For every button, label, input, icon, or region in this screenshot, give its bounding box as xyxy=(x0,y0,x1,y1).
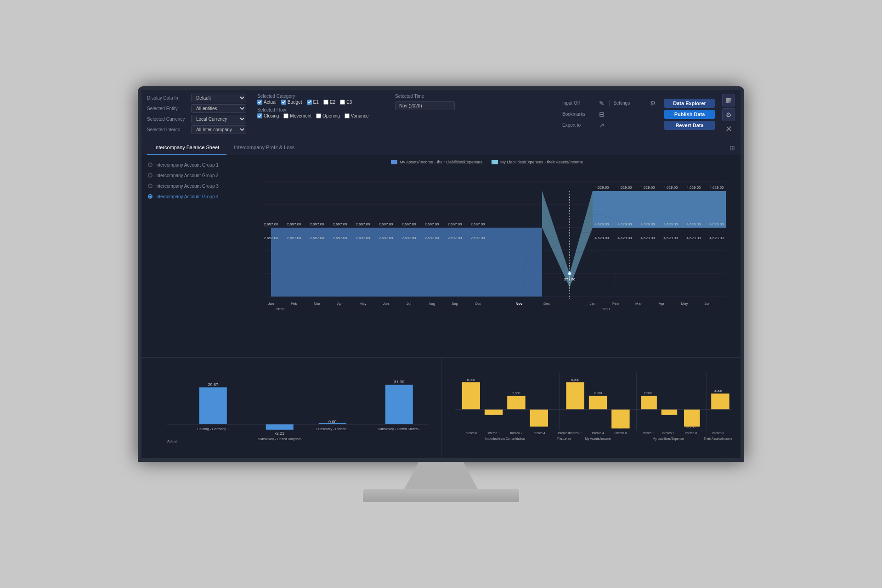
bottom-right-chart: 6,000 -1,000 2,900 -5,203 xyxy=(441,358,741,458)
grid-icon[interactable]: ⊞ xyxy=(729,144,735,151)
svg-text:2,697.00: 2,697.00 xyxy=(424,236,439,240)
divider1 xyxy=(609,100,610,106)
chart-area: My Assets/Income - their Liabilities/Exp… xyxy=(233,155,741,357)
svg-text:31.90: 31.90 xyxy=(394,380,404,384)
bar-g3-interco4[interactable] xyxy=(588,396,606,409)
toolbar-time: Selected Time Nov (2020) xyxy=(395,94,469,110)
bar-subsidiary-us[interactable] xyxy=(385,385,413,424)
svg-text:Mar: Mar xyxy=(635,302,642,306)
svg-text:2,697.00: 2,697.00 xyxy=(333,222,347,226)
svg-text:2020: 2020 xyxy=(276,307,284,311)
legend-box-1 xyxy=(391,160,397,164)
svg-text:Interco 1: Interco 1 xyxy=(641,431,654,435)
svg-text:Actual: Actual xyxy=(167,439,177,443)
close-button[interactable]: ✕ xyxy=(722,123,735,135)
main-content: Intercompany Account Group 1 Intercompan… xyxy=(141,155,741,357)
svg-text:Aug: Aug xyxy=(429,302,435,306)
selected-entity-select[interactable]: All entities xyxy=(191,104,246,113)
pencil-icon[interactable]: ✎ xyxy=(598,99,605,108)
view-icon-btn[interactable]: ▦ xyxy=(722,94,735,106)
svg-text:2,697.00: 2,697.00 xyxy=(333,236,347,240)
sidebar-item-group2[interactable]: Intercompany Account Group 2 xyxy=(141,170,233,181)
tab-profit-loss[interactable]: Intercompany Profit & Loss xyxy=(226,141,302,155)
legend-item-2: My Liabilities/Expenses - their Assets/I… xyxy=(492,160,583,164)
line-area-chart: 4,629.00 4,629.00 4,629.00 4,629.00 4,62… xyxy=(238,168,736,315)
monitor-stand-neck xyxy=(404,462,478,489)
bar-g4-interco1[interactable] xyxy=(641,396,657,409)
bar-holding-germany[interactable] xyxy=(199,387,227,424)
sidebar-item-group1[interactable]: Intercompany Account Group 1 xyxy=(141,160,233,170)
monitor-stand-base xyxy=(363,489,519,502)
checkbox-budget[interactable]: Budget xyxy=(281,100,302,105)
monitor-screen: Display Data In Default Selected Entity … xyxy=(138,86,744,462)
svg-text:Feb: Feb xyxy=(291,302,297,306)
legend-label-2: My Liabilities/Expenses - their Assets/I… xyxy=(500,160,583,164)
svg-text:Jan: Jan xyxy=(268,302,274,306)
area-dark-2 xyxy=(593,191,726,228)
bar-g4-interco0[interactable] xyxy=(684,409,700,426)
bar-g1-interco0[interactable] xyxy=(462,382,480,409)
bar-g5-interco0[interactable] xyxy=(711,393,729,409)
svg-text:6,000: 6,000 xyxy=(467,378,475,381)
svg-text:2,697.00: 2,697.00 xyxy=(356,236,370,240)
main-buttons: Data Explorer Publish Data Revert Data xyxy=(664,99,715,130)
bar-g3-interco0b[interactable] xyxy=(611,409,629,428)
bar-g4-interco2[interactable] xyxy=(661,409,677,414)
svg-text:4,629.00: 4,629.00 xyxy=(617,185,632,190)
checkbox-actual[interactable]: Actual xyxy=(257,100,277,105)
tabs-bar: Intercompany Balance Sheet Intercompany … xyxy=(141,139,741,155)
svg-text:Interco 2: Interco 2 xyxy=(510,431,522,435)
checkbox-movement[interactable]: Movement xyxy=(283,113,311,118)
bar-g1-interco2[interactable] xyxy=(507,396,525,409)
bottom-left-chart: 29.67 -2.23 0.00 31.90 xyxy=(141,358,441,458)
svg-text:Subsidiary - United Kingdom: Subsidiary - United Kingdom xyxy=(258,437,301,441)
selected-interco-select[interactable]: All Inter-company xyxy=(191,125,246,134)
app-container: Display Data In Default Selected Entity … xyxy=(141,90,741,458)
svg-text:My Liabilities/Expense: My Liabilities/Expense xyxy=(652,437,684,441)
svg-text:4,629.00: 4,629.00 xyxy=(686,185,701,190)
publish-data-button[interactable]: Publish Data xyxy=(664,110,715,119)
svg-text:2,697.00: 2,697.00 xyxy=(447,222,462,226)
svg-text:3,000: 3,000 xyxy=(714,389,722,392)
checkbox-e2[interactable]: E2 xyxy=(323,100,335,105)
checkbox-closing[interactable]: Closing xyxy=(257,113,279,118)
svg-text:Interco 0: Interco 0 xyxy=(558,431,570,435)
tab-right: ⊞ xyxy=(729,144,735,151)
svg-text:Jul: Jul xyxy=(407,302,411,306)
data-explorer-button[interactable]: Data Explorer xyxy=(664,99,715,108)
settings-icon-btn[interactable]: ⚙ xyxy=(722,108,735,121)
selected-currency-select[interactable]: Local Currency xyxy=(191,115,246,123)
svg-text:2,697.00: 2,697.00 xyxy=(424,222,439,226)
bar-g1-interco1[interactable] xyxy=(484,409,502,414)
bar-chart-left: 29.67 -2.23 0.00 31.90 xyxy=(146,362,436,445)
bookmark-icon[interactable]: ⊟ xyxy=(598,110,605,119)
svg-text:Interco 0: Interco 0 xyxy=(684,431,697,435)
checkbox-e1[interactable]: E1 xyxy=(307,100,319,105)
svg-text:-2.23: -2.23 xyxy=(275,431,284,436)
chart-svg-container[interactable]: 4,629.00 4,629.00 4,629.00 4,629.00 4,62… xyxy=(238,168,736,333)
gear-icon[interactable]: ⚙ xyxy=(649,99,657,108)
bar-g1-interco4[interactable] xyxy=(530,409,548,426)
checkbox-variance[interactable]: Variance xyxy=(345,113,369,118)
svg-text:4,629.00: 4,629.00 xyxy=(640,222,655,226)
sidebar-item-group4[interactable]: Intercompany Account Group 4 xyxy=(141,191,233,202)
legend-item-1: My Assets/Income - their Liabilities/Exp… xyxy=(391,160,482,164)
svg-text:Interco 0: Interco 0 xyxy=(712,431,724,435)
input-off-row: Input Off ✎ Settings ⚙ xyxy=(562,99,657,108)
svg-text:2,697.00: 2,697.00 xyxy=(401,236,416,240)
checkbox-e3[interactable]: E3 xyxy=(340,100,352,105)
display-data-select[interactable]: Default xyxy=(191,94,246,102)
svg-text:2,697.00: 2,697.00 xyxy=(287,222,301,226)
revert-data-button[interactable]: Revert Data xyxy=(664,121,715,130)
checkbox-opening[interactable]: Opening xyxy=(316,113,340,118)
svg-text:4,629.00: 4,629.00 xyxy=(594,222,609,226)
selected-flow-label: Selected Flow xyxy=(257,107,386,112)
selected-currency-label: Selected Currency xyxy=(147,117,188,122)
bar-subsidiary-uk[interactable] xyxy=(266,424,294,430)
selected-time-value[interactable]: Nov (2020) xyxy=(395,101,455,110)
sidebar-item-group3[interactable]: Intercompany Account Group 3 xyxy=(141,181,233,191)
bar-g3-interco0[interactable] xyxy=(566,382,584,409)
svg-text:4,629.00: 4,629.00 xyxy=(709,185,724,190)
export-icon[interactable]: ↗ xyxy=(598,121,605,130)
tab-balance-sheet[interactable]: Intercompany Balance Sheet xyxy=(147,141,226,155)
